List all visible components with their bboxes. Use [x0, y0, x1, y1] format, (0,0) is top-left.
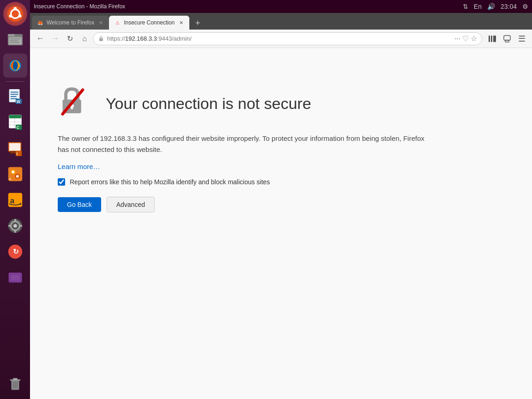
page-content: Your connection is not secure The owner …: [30, 48, 532, 399]
tab-title-2: Insecure Connection: [124, 19, 175, 26]
svg-rect-65: [504, 36, 510, 40]
application-dock: W C I A: [0, 0, 30, 399]
svg-point-37: [12, 170, 14, 173]
svg-rect-62: [489, 36, 490, 42]
back-button[interactable]: ←: [34, 32, 47, 45]
pocket-icon[interactable]: ♡: [462, 34, 469, 43]
svg-rect-30: [9, 143, 20, 151]
os-titlebar: Insecure Connection - Mozilla Firefox ⇅ …: [30, 0, 532, 13]
dock-item-system-tools[interactable]: [3, 214, 27, 238]
synced-tabs-button[interactable]: [501, 32, 514, 45]
address-actions: ··· ♡ ☆: [454, 34, 477, 43]
volume-icon[interactable]: 🔊: [487, 3, 495, 10]
svg-rect-22: [9, 115, 21, 119]
report-errors-row: Report errors like this to help Mozilla …: [58, 178, 427, 186]
svg-rect-44: [14, 219, 16, 222]
svg-rect-6: [7, 34, 14, 36]
svg-text:↻: ↻: [13, 248, 19, 255]
svg-rect-15: [10, 92, 18, 93]
dock-item-amazon[interactable]: a: [3, 188, 27, 212]
tab-bar: 🦊 Welcome to Firefox ✕ ⚠ Insecure Connec…: [30, 13, 532, 30]
dock-item-trash[interactable]: [3, 371, 27, 395]
error-header: Your connection is not secure: [58, 85, 427, 122]
tab-close-1[interactable]: ✕: [97, 19, 104, 26]
report-errors-checkbox[interactable]: [58, 178, 65, 186]
svg-text:a: a: [10, 196, 14, 205]
bookmark-icon[interactable]: ☆: [471, 34, 477, 43]
security-lock-icon: [98, 36, 104, 42]
menu-button[interactable]: ☰: [515, 32, 528, 45]
go-back-button[interactable]: Go Back: [58, 197, 101, 212]
browser-toolbar: ← → ↻ ⌂ https://192.168.3.3:9443/admin/ …: [30, 30, 532, 48]
error-description: The owner of 192.168.3.3 has configured …: [58, 133, 427, 155]
svg-rect-47: [19, 225, 22, 227]
tab-favicon-firefox: 🦊: [36, 19, 44, 26]
dock-item-writer[interactable]: W: [3, 85, 27, 109]
svg-rect-16: [10, 94, 18, 95]
svg-point-4: [9, 14, 12, 18]
forward-button[interactable]: →: [48, 32, 61, 45]
reload-button[interactable]: ↻: [63, 32, 76, 45]
svg-point-48: [13, 224, 17, 228]
dock-separator: [6, 81, 24, 82]
error-title: Your connection is not secure: [106, 94, 311, 113]
dock-item-updates[interactable]: ↻: [3, 240, 27, 264]
url-host: 192.168.3.3: [125, 35, 157, 42]
insecure-lock-icon: [58, 85, 95, 122]
titlebar-right: ⇅ En 🔊 23:04 ⚙: [463, 3, 528, 10]
dock-item-calc[interactable]: C: [3, 110, 27, 134]
svg-text:A: A: [9, 177, 11, 181]
advanced-button[interactable]: Advanced: [107, 197, 155, 212]
settings-icon[interactable]: ⚙: [522, 3, 528, 10]
svg-rect-64: [493, 36, 496, 42]
svg-rect-45: [14, 230, 16, 233]
dock-item-themefix[interactable]: A: [3, 162, 27, 186]
tab-favicon-warning: ⚠: [114, 19, 121, 26]
svg-rect-17: [10, 96, 16, 97]
svg-point-38: [16, 175, 18, 178]
svg-rect-46: [8, 225, 11, 227]
library-button[interactable]: [486, 32, 499, 45]
clock: 23:04: [501, 3, 517, 10]
tab-welcome-to-firefox[interactable]: 🦊 Welcome to Firefox ✕: [32, 16, 109, 30]
url-text[interactable]: https://192.168.3.3:9443/admin/: [107, 35, 452, 42]
svg-text:W: W: [16, 99, 20, 104]
svg-rect-57: [13, 378, 17, 380]
svg-rect-8: [9, 38, 21, 39]
svg-point-3: [18, 14, 21, 18]
new-tab-button[interactable]: +: [191, 17, 204, 30]
svg-text:C: C: [16, 125, 19, 130]
home-button[interactable]: ⌂: [78, 32, 91, 45]
tab-close-2[interactable]: ✕: [177, 19, 185, 26]
url-scheme: https://: [107, 35, 125, 42]
toolbar-right: ☰: [486, 32, 528, 45]
dock-item-files[interactable]: [3, 28, 27, 52]
report-errors-label: Report errors like this to help Mozilla …: [70, 178, 270, 186]
dock-item-firefox[interactable]: [3, 54, 27, 78]
window-title: Insecure Connection - Mozilla Firefox: [34, 3, 125, 10]
svg-rect-9: [9, 40, 18, 41]
svg-point-2: [13, 7, 17, 10]
address-bar[interactable]: https://192.168.3.3:9443/admin/ ··· ♡ ☆: [93, 32, 482, 45]
svg-rect-61: [99, 38, 103, 41]
learn-more-link[interactable]: Learn more…: [58, 163, 100, 170]
dock-item-impress[interactable]: I: [3, 136, 27, 160]
titlebar-left: Insecure Connection - Mozilla Firefox: [34, 3, 125, 10]
svg-rect-10: [9, 42, 19, 43]
svg-text:I: I: [16, 151, 17, 156]
browser-window: Insecure Connection - Mozilla Firefox ⇅ …: [30, 0, 532, 399]
svg-rect-63: [491, 36, 492, 42]
more-options-icon[interactable]: ···: [454, 35, 460, 43]
svg-rect-53: [10, 274, 20, 280]
error-container: Your connection is not secure The owner …: [58, 85, 427, 212]
svg-rect-70: [71, 106, 73, 109]
svg-rect-54: [8, 281, 21, 283]
display-icon[interactable]: ⇅: [463, 3, 468, 10]
dock-item-storage[interactable]: [3, 266, 27, 290]
language-icon[interactable]: En: [474, 3, 482, 10]
action-buttons: Go Back Advanced: [58, 197, 427, 212]
tab-insecure-connection[interactable]: ⚠ Insecure Connection ✕: [109, 16, 189, 30]
dock-item-ubuntu[interactable]: [3, 2, 27, 26]
tab-title-1: Welcome to Firefox: [47, 19, 94, 26]
url-port-path: :9443/admin/: [157, 35, 192, 42]
